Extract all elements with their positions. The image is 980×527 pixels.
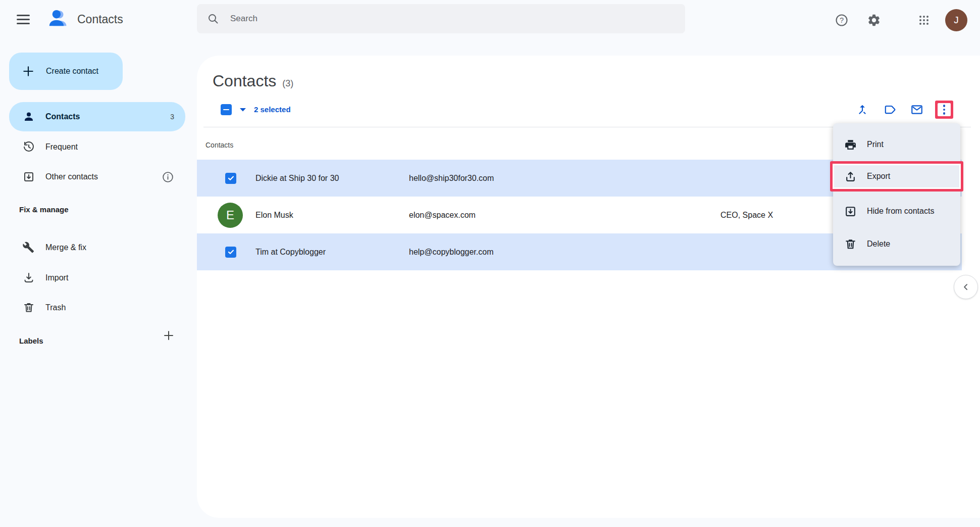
contact-name: Tim at Copyblogger xyxy=(255,248,326,257)
check-icon xyxy=(227,174,235,182)
sidebar-item-trash[interactable]: Trash xyxy=(9,294,185,321)
labels-heading: Labels xyxy=(19,337,43,345)
contacts-logo-icon xyxy=(46,7,70,32)
contact-job-title: CEO, Space X xyxy=(720,211,773,220)
brand: Contacts xyxy=(46,0,123,38)
menu-item-export[interactable]: Export xyxy=(833,162,960,190)
sidebar-item-other-contacts[interactable]: Other contacts xyxy=(9,163,185,190)
sidebar-item-frequent[interactable]: Frequent xyxy=(9,133,185,161)
history-icon xyxy=(23,141,35,153)
contact-name: Dickie at Ship 30 for 30 xyxy=(255,174,339,183)
search-input[interactable] xyxy=(230,14,675,24)
settings-button[interactable] xyxy=(863,10,885,31)
person-icon xyxy=(23,111,35,123)
selection-count-label: 2 selected xyxy=(254,105,291,114)
more-actions-button[interactable] xyxy=(935,101,953,119)
manage-labels-button[interactable] xyxy=(881,101,899,119)
create-contact-button[interactable]: Create contact xyxy=(9,53,123,90)
chevron-left-icon xyxy=(961,282,971,292)
plus-icon xyxy=(163,329,175,342)
info-icon[interactable] xyxy=(162,171,174,183)
archive-down-icon xyxy=(23,171,35,183)
main-menu-button[interactable] xyxy=(14,10,32,28)
indeterminate-dash-icon xyxy=(223,109,229,111)
menu-item-hide-from-contacts[interactable]: Hide from contacts xyxy=(833,197,960,225)
help-icon: ? xyxy=(835,13,849,27)
contact-email: hello@ship30for30.com xyxy=(409,174,494,183)
print-icon xyxy=(844,138,857,151)
plus-icon xyxy=(22,65,35,78)
svg-text:?: ? xyxy=(840,16,844,24)
trash-icon xyxy=(23,302,35,314)
google-contacts-app: Contacts ? J xyxy=(0,0,980,527)
page-title-row: Contacts (3) xyxy=(213,72,293,90)
contacts-count: (3) xyxy=(282,78,293,89)
select-all-checkbox[interactable] xyxy=(221,104,232,115)
help-button[interactable]: ? xyxy=(831,10,852,31)
apps-grid-icon xyxy=(918,14,930,26)
apps-grid-button[interactable] xyxy=(913,10,935,31)
row-checkbox-checked[interactable] xyxy=(225,247,236,258)
account-avatar[interactable]: J xyxy=(945,9,967,31)
search-icon xyxy=(207,13,219,25)
export-upload-icon xyxy=(844,170,857,183)
contact-email: help@copyblogger.com xyxy=(409,248,493,257)
page-title: Contacts xyxy=(213,72,276,90)
fix-manage-heading: Fix & manage xyxy=(19,205,69,214)
sidebar-item-merge-fix[interactable]: Merge & fix xyxy=(9,234,185,261)
check-icon xyxy=(227,248,235,256)
gear-icon xyxy=(867,13,881,27)
import-download-icon xyxy=(23,272,35,284)
more-actions-menu: Print Export Hide from contacts Delete xyxy=(833,123,960,266)
contacts-count-badge: 3 xyxy=(170,113,174,121)
contact-name: Elon Musk xyxy=(255,211,293,220)
label-tag-icon xyxy=(884,103,897,116)
delete-trash-icon xyxy=(844,238,857,251)
menu-item-delete[interactable]: Delete xyxy=(833,230,960,258)
mail-icon xyxy=(910,103,923,116)
sidebar-item-contacts[interactable]: Contacts 3 xyxy=(9,102,185,131)
more-actions-highlight xyxy=(938,103,951,116)
list-column-header: Contacts xyxy=(205,141,233,149)
sidebar: Create contact Contacts 3 Frequent Other… xyxy=(0,38,197,527)
sidebar-item-import[interactable]: Import xyxy=(9,264,185,292)
contact-email: elon@spacex.com xyxy=(409,211,476,220)
side-panel-toggle-button[interactable] xyxy=(954,275,978,299)
avatar: E xyxy=(218,203,243,228)
search-bar[interactable] xyxy=(197,4,685,33)
merge-contacts-button[interactable] xyxy=(853,101,871,119)
app-title: Contacts xyxy=(77,13,123,26)
caret-down-icon xyxy=(239,108,246,112)
selection-dropdown-caret[interactable] xyxy=(236,104,249,115)
merge-icon xyxy=(856,103,869,116)
build-tools-icon xyxy=(23,242,35,254)
menu-item-print[interactable]: Print xyxy=(833,130,960,159)
row-checkbox-checked[interactable] xyxy=(225,173,236,184)
archive-down-icon xyxy=(844,205,857,218)
hamburger-icon xyxy=(17,15,30,16)
topbar: Contacts ? J xyxy=(0,0,980,38)
send-email-button[interactable] xyxy=(908,101,926,119)
add-label-button[interactable] xyxy=(158,324,180,347)
three-dots-icon xyxy=(943,105,946,107)
